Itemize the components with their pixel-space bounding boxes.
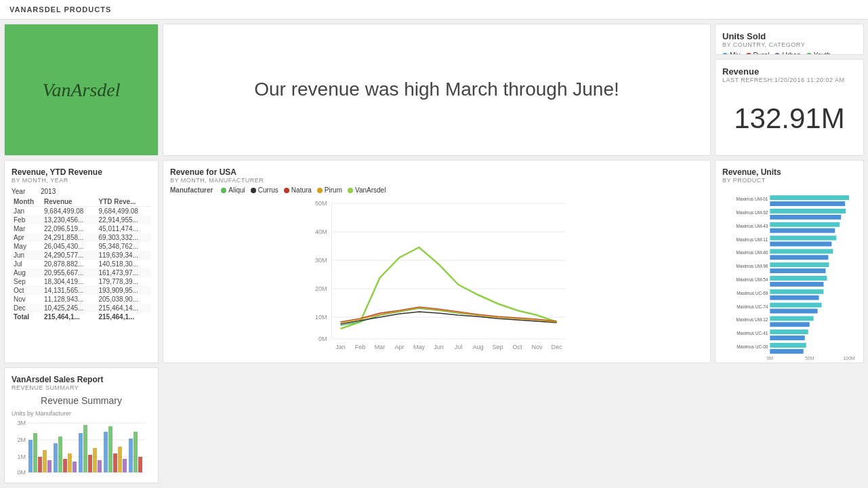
svg-rect-68 — [770, 349, 804, 354]
currus-dot — [251, 188, 256, 193]
svg-rect-98 — [118, 447, 122, 472]
vanarsdel-dot — [348, 188, 353, 193]
svg-rect-100 — [129, 439, 133, 472]
svg-rect-54 — [770, 255, 828, 260]
svg-text:Jun: Jun — [434, 344, 444, 350]
svg-text:100M: 100M — [843, 356, 855, 361]
rural-label: Rural — [753, 52, 770, 55]
svg-text:Sep: Sep — [492, 344, 503, 350]
svg-rect-65 — [770, 329, 808, 334]
usa-subtitle: BY MONTH, MANUFACTURER — [170, 177, 703, 184]
table-row: Aug20,955,667...161,473,97... — [12, 268, 151, 277]
svg-rect-66 — [770, 336, 804, 340]
hero-text: Our revenue was high March through June! — [241, 64, 633, 115]
svg-rect-96 — [108, 426, 112, 472]
table-row: Nov11,128,943...205,038,90... — [12, 295, 151, 304]
units-sold-card: Units Sold BY COUNTRY, CATEGORY Mix Rura… — [715, 24, 864, 55]
units-sold-title: Units Sold — [722, 31, 856, 41]
svg-rect-62 — [770, 309, 817, 314]
svg-rect-61 — [770, 303, 821, 308]
svg-text:Oct: Oct — [512, 344, 522, 350]
legend-vanarsdel: VanArsdel — [348, 186, 386, 194]
revenue-kpi-subtitle: LAST REFRESH:1/20/2016 11:20:02 AM — [722, 77, 856, 83]
table-row: Jul20,878,882...140,518,30... — [12, 260, 151, 268]
hero-card: Our revenue was high March through June! — [163, 24, 711, 156]
pirum-dot — [317, 188, 323, 193]
sales-bar-chart: 3M 2M 1M 0M — [12, 420, 151, 481]
revenue-summary-title: Revenue Summary — [12, 395, 151, 406]
col-ytd: YTD Reve... — [96, 197, 151, 207]
svg-rect-50 — [770, 228, 835, 233]
svg-rect-63 — [770, 316, 813, 321]
svg-rect-67 — [770, 343, 806, 348]
svg-text:20M: 20M — [315, 285, 327, 292]
mix-label: Mix — [730, 52, 741, 55]
bottom-right — [715, 367, 864, 483]
svg-text:Feb: Feb — [355, 344, 366, 350]
legend-natura: Natura — [284, 186, 312, 194]
units-bar-chart: Maximus UM-01 Maximus UM-92 Maximus UM-4… — [722, 188, 856, 363]
aliqui-dot — [221, 188, 226, 193]
svg-rect-57 — [770, 276, 827, 281]
svg-text:Mar: Mar — [375, 344, 386, 350]
ytd-revenue-card: Revenue, YTD Revenue BY MONTH, YEAR Year… — [4, 160, 159, 363]
svg-text:10M: 10M — [315, 314, 327, 321]
svg-rect-93 — [93, 448, 97, 472]
svg-text:May: May — [413, 344, 426, 350]
revenue-kpi-value: 132.91M — [722, 89, 856, 148]
svg-rect-90 — [79, 433, 83, 472]
table-row: Feb13,230,456...22,914,955... — [12, 216, 151, 224]
table-row: May26,045,430...95,348,762... — [12, 242, 151, 251]
usa-line-chart: 50M 40M 30M 20M 10M 0M Jan Feb Mar Apr M… — [170, 197, 703, 359]
svg-rect-59 — [770, 289, 823, 294]
legend-aliqui: Aliqui — [221, 186, 245, 194]
svg-rect-91 — [83, 425, 87, 472]
svg-rect-88 — [68, 453, 72, 472]
chart-label: Units by Manufacturer — [12, 410, 151, 417]
sales-report-card: VanArsdel Sales Report REVENUE SUMMARY R… — [4, 367, 159, 483]
currus-label: Currus — [258, 186, 278, 194]
svg-text:Maximus UM-01: Maximus UM-01 — [737, 197, 768, 201]
svg-rect-83 — [43, 450, 47, 472]
mfg-legend-label: Manufacturer — [170, 186, 213, 194]
legend-urban: Urban — [774, 52, 800, 55]
app-header: VANARSDEL PRODUCTS — [0, 0, 868, 20]
svg-text:Maximus UM-43: Maximus UM-43 — [737, 224, 768, 228]
svg-text:Maximus UC-41: Maximus UC-41 — [737, 331, 768, 336]
svg-rect-84 — [47, 460, 51, 472]
svg-rect-53 — [770, 249, 833, 253]
mix-dot — [722, 53, 728, 56]
svg-text:Jan: Jan — [335, 344, 346, 350]
svg-rect-80 — [28, 440, 33, 472]
svg-rect-64 — [770, 322, 809, 327]
svg-rect-55 — [770, 262, 829, 267]
pirum-label: Pirum — [325, 186, 342, 194]
table-row: Sep18,304,419...179,778,39... — [12, 277, 151, 286]
svg-text:Maximus UM-96: Maximus UM-96 — [737, 264, 768, 268]
units-rev-subtitle: BY PRODUCT — [722, 177, 856, 184]
svg-text:0M: 0M — [766, 356, 773, 361]
svg-rect-97 — [113, 453, 117, 472]
svg-text:50M: 50M — [315, 200, 327, 207]
table-header: Month Revenue YTD Reve... — [12, 197, 151, 207]
revenue-kpi-card: Revenue LAST REFRESH:1/20/2016 11:20:02 … — [715, 59, 864, 156]
usa-title: Revenue for USA — [170, 167, 703, 177]
table-row: Jun24,290,577...119,639,34... — [12, 251, 151, 260]
table-row: Mar22,096,519...45,011,474... — [12, 224, 151, 233]
svg-rect-102 — [138, 457, 142, 472]
svg-rect-95 — [104, 432, 108, 472]
revenue-kpi-title: Revenue — [722, 66, 856, 77]
svg-rect-45 — [770, 195, 849, 200]
svg-text:Jul: Jul — [455, 344, 463, 350]
svg-rect-94 — [98, 460, 102, 472]
manufacturer-legend: Manufacturer Aliqui Currus Natura Pirum … — [170, 186, 703, 194]
svg-text:Maximus UM-11: Maximus UM-11 — [737, 237, 768, 242]
svg-text:1M: 1M — [17, 453, 26, 460]
svg-text:Maximus UC-69: Maximus UC-69 — [737, 291, 768, 296]
svg-text:40M: 40M — [315, 228, 327, 235]
legend-pirum: Pirum — [317, 186, 342, 194]
svg-rect-101 — [133, 432, 138, 472]
svg-text:Dec: Dec — [551, 344, 562, 350]
svg-rect-89 — [73, 462, 77, 472]
ytd-table-body: Jan9,684,499.089,684,499.08Feb13,230,456… — [12, 207, 151, 322]
